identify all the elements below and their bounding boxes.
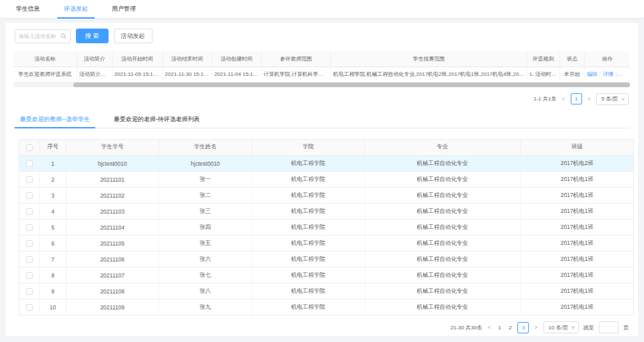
student-page-2[interactable]: 2 xyxy=(507,325,513,331)
student-row[interactable]: 1020211109张九机电工程学院机械工程自动化专业2017机电1班 xyxy=(19,299,633,315)
row-checkbox-cell xyxy=(19,188,39,204)
student-cell: 2017机电1班 xyxy=(520,267,633,283)
search-icon[interactable] xyxy=(61,33,67,39)
student-cell: 张四 xyxy=(159,220,252,236)
activity-cell: 活动简介测试 xyxy=(77,67,112,82)
student-row[interactable]: 620211105张五机电工程学院机械工程自动化专业2017机电1班 xyxy=(19,236,633,252)
student-cell: 5 xyxy=(39,220,66,236)
student-cell: 机电工程学院 xyxy=(252,236,364,252)
student-cell: 2017机电1班 xyxy=(520,283,633,299)
activity-page-1[interactable]: 1 xyxy=(571,93,582,104)
activity-cell: 学生欢迎教师评选系统 xyxy=(13,67,77,82)
row-checkbox-cell xyxy=(19,156,39,172)
activity-column-header: 活动简介 xyxy=(77,51,112,67)
student-row[interactable]: 920211108张八机电工程学院机械工程自动化专业2017机电1班 xyxy=(19,283,633,299)
student-cell: 机械工程自动化专业 xyxy=(364,204,520,220)
top-tab-bar: 学生信息 评选发起 用户管理 xyxy=(0,0,644,19)
student-column-header: 序号 xyxy=(39,140,66,156)
action-divider: | xyxy=(615,71,617,77)
student-cell: 2 xyxy=(39,172,66,188)
activity-cell: 2021-11-05 15:14:21 xyxy=(112,67,162,82)
activity-cell: 2021-11-30 15:14:21 xyxy=(162,67,212,82)
activity-column-header: 学生投票范围 xyxy=(331,51,527,67)
student-cell: 机电工程学院 xyxy=(252,220,364,236)
subtab-elect-students[interactable]: 最受欢迎的教师--选举学生 xyxy=(17,112,93,128)
select-all-checkbox[interactable] xyxy=(26,144,33,151)
student-row[interactable]: 1hjctest0010hjctest0010机电工程学院机械工程自动化专业20… xyxy=(19,156,633,172)
student-page-1[interactable]: 1 xyxy=(496,325,503,331)
student-cell: 机电工程学院 xyxy=(252,172,364,188)
student-column-header: 学院 xyxy=(252,140,364,156)
student-cell: 20211106 xyxy=(66,252,159,267)
student-cell: 2017机电1班 xyxy=(520,204,633,220)
student-cell: 3 xyxy=(39,188,66,204)
student-row[interactable]: 820211107张七机电工程学院机械工程自动化专业2017机电1班 xyxy=(19,267,633,283)
student-page-size-select[interactable]: 10 条/页 ∨ xyxy=(543,321,579,333)
student-row[interactable]: 720211106张六机电工程学院机械工程自动化专业2017机电1班 xyxy=(19,252,633,267)
select-all-header-cell xyxy=(19,140,39,156)
student-column-header: 班级 xyxy=(520,140,633,156)
activity-search-box xyxy=(15,29,71,43)
student-cell: 张三 xyxy=(159,204,252,220)
activity-column-header: 活动开始时间 xyxy=(112,51,162,67)
activity-cell: 计算机学院,计算机科学与技术 xyxy=(261,67,331,82)
row-checkbox[interactable] xyxy=(26,288,33,295)
activity-prev-page-icon[interactable]: < xyxy=(561,96,565,102)
tab-user-management[interactable]: 用户管理 xyxy=(105,0,143,18)
activity-page-size-value: 5 条/页 xyxy=(601,95,618,102)
row-checkbox[interactable] xyxy=(26,192,33,199)
action-edit-link[interactable]: 编辑 xyxy=(587,71,597,77)
row-checkbox-cell xyxy=(19,299,39,315)
student-cell: 20211101 xyxy=(66,172,159,188)
search-input[interactable] xyxy=(19,33,61,39)
action-detail-link[interactable]: 详情 xyxy=(603,71,613,77)
student-prev-page-icon[interactable]: < xyxy=(487,324,491,331)
chevron-down-icon: ∨ xyxy=(571,325,575,330)
student-table-header-row: 序号学生学号学生姓名学院专业班级 xyxy=(19,140,633,156)
activity-cell: 2021-11-04 15:15:29 xyxy=(212,67,261,82)
row-checkbox[interactable] xyxy=(26,304,33,311)
row-checkbox[interactable] xyxy=(26,208,33,215)
row-checkbox-cell xyxy=(19,252,39,267)
student-pagination: 21-30 共30条 < 123 > 10 条/页 ∨ 跳至 页 xyxy=(5,321,629,333)
launch-activity-button[interactable]: 活动发起 xyxy=(114,29,153,43)
tab-election-launch[interactable]: 评选发起 xyxy=(57,0,95,18)
student-next-page-icon[interactable]: > xyxy=(533,324,538,331)
row-checkbox[interactable] xyxy=(26,256,33,263)
student-cell: hjctest0010 xyxy=(66,156,159,172)
student-row[interactable]: 420211103张三机电工程学院机械工程自动化专业2017机电1班 xyxy=(19,204,633,220)
student-cell: 机械工程自动化专业 xyxy=(364,283,520,299)
student-cell: 机电工程学院 xyxy=(252,283,364,299)
tab-student-info[interactable]: 学生信息 xyxy=(9,0,47,18)
student-cell: 张五 xyxy=(159,236,252,252)
student-row[interactable]: 220211101张一机电工程学院机械工程自动化专业2017机电1班 xyxy=(19,172,633,188)
horizontal-scrollbar-track[interactable] xyxy=(13,83,630,87)
activity-column-header: 参评教师范围 xyxy=(261,51,331,67)
horizontal-scrollbar-thumb[interactable] xyxy=(73,83,630,87)
subtab-teacher-candidates[interactable]: 最受欢迎的老师-待评选老师列表 xyxy=(111,112,202,128)
row-checkbox[interactable] xyxy=(26,224,33,231)
student-cell: 机械工程自动化专业 xyxy=(364,252,520,267)
jump-to-page-input[interactable] xyxy=(599,321,619,333)
student-row[interactable]: 320211102张二机电工程学院机械工程自动化专业2017机电1班 xyxy=(19,188,633,204)
student-column-header: 专业 xyxy=(364,140,520,156)
activity-column-header: 评选规则 xyxy=(527,51,559,67)
student-cell: 20211109 xyxy=(66,299,159,315)
student-cell: 2017机电1班 xyxy=(520,236,633,252)
student-cell: 2017机电1班 xyxy=(520,172,633,188)
row-checkbox[interactable] xyxy=(26,240,33,247)
student-page-3[interactable]: 3 xyxy=(517,322,529,333)
student-cell: 机械工程自动化专业 xyxy=(364,220,520,236)
student-cell: 9 xyxy=(39,283,66,299)
row-checkbox[interactable] xyxy=(26,272,33,279)
activity-next-page-icon[interactable]: > xyxy=(587,96,591,102)
row-checkbox[interactable] xyxy=(26,160,33,167)
row-checkbox[interactable] xyxy=(26,176,33,183)
row-checkbox-cell xyxy=(19,236,39,252)
activity-row[interactable]: 学生欢迎教师评选系统活动简介测试2021-11-05 15:14:212021-… xyxy=(13,67,630,82)
student-row[interactable]: 520211104张四机电工程学院机械工程自动化专业2017机电1班 xyxy=(19,220,633,236)
student-cell: 张一 xyxy=(159,172,252,188)
activity-page-size-select[interactable]: 5 条/页 ∨ xyxy=(596,93,629,105)
activity-table: 活动名称活动简介活动开始时间活动结束时间活动创建时间参评教师范围学生投票范围评选… xyxy=(13,51,630,83)
search-button[interactable]: 搜 索 xyxy=(76,29,109,43)
